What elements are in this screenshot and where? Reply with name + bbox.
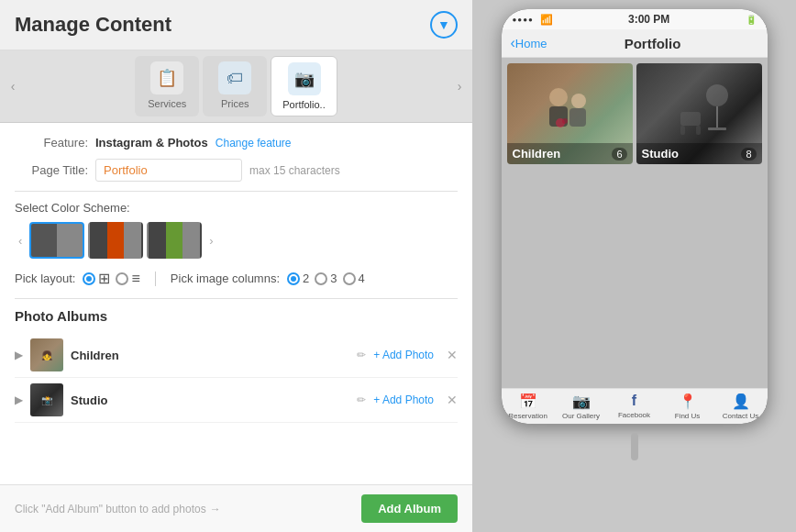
columns-3-option[interactable]: 3 <box>315 272 337 285</box>
facebook-label: Facebook <box>618 411 650 419</box>
phone-album-children[interactable]: Children 6 <box>507 63 633 164</box>
feature-row: Feature: Instagram & Photos Change featu… <box>15 136 458 150</box>
album-children-edit-icon[interactable]: ✏ <box>357 349 366 361</box>
album-studio-thumb: 📸 <box>30 383 63 416</box>
wifi-icon: 📶 <box>540 14 553 26</box>
album-children-row: ▶ 👧 Children ✏ + Add Photo ✕ <box>15 333 458 378</box>
phone-nav-facebook[interactable]: f Facebook <box>608 393 661 420</box>
svg-rect-10 <box>680 126 685 135</box>
columns-2-radio[interactable] <box>287 272 300 285</box>
albums-section: Photo Albums ▶ 👧 Children ✏ + Add Photo … <box>15 308 458 423</box>
studio-art-svg <box>662 77 735 150</box>
tabs-left-arrow[interactable]: ‹ <box>4 59 22 114</box>
layout-grid-option[interactable]: ⊞ <box>83 270 110 287</box>
prices-icon: 🏷 <box>218 61 251 94</box>
layout-list-radio[interactable] <box>116 272 128 285</box>
album-studio-edit-icon[interactable]: ✏ <box>357 393 366 406</box>
columns-radio-group: 2 3 4 <box>287 272 365 285</box>
phone-status-bar: ●●●● 📶 3:00 PM 🔋 <box>502 9 768 29</box>
change-feature-link[interactable]: Change feature <box>216 137 292 150</box>
phone-children-album-name: Children <box>513 147 561 161</box>
phone-albums-grid: Children 6 <box>507 63 762 164</box>
columns-4-radio[interactable] <box>343 272 356 285</box>
phone-status-right: 🔋 <box>746 15 757 25</box>
phone-album-studio[interactable]: Studio 8 <box>636 63 762 164</box>
tabs-right-arrow[interactable]: › <box>450 59 469 114</box>
content-area: Feature: Instagram & Photos Change featu… <box>0 123 472 484</box>
phone-nav-reservation[interactable]: 📅 Reservation <box>502 393 555 420</box>
columns-2-label: 2 <box>303 272 309 285</box>
album-children-name: Children <box>71 349 349 362</box>
layout-divider <box>155 272 156 286</box>
album-studio-expand[interactable]: ▶ <box>15 393 23 406</box>
album-studio-row: ▶ 📸 Studio ✏ + Add Photo ✕ <box>15 378 458 423</box>
phone-children-overlay: Children 6 <box>507 143 633 164</box>
divider-2 <box>15 298 458 299</box>
album-studio-add-photo[interactable]: + Add Photo <box>373 393 434 406</box>
layout-grid-radio[interactable] <box>83 272 95 285</box>
layout-row: Pick layout: ⊞ ≡ Pick image columns: 2 <box>15 270 458 287</box>
color-schemes-row: ‹ › <box>15 222 458 259</box>
album-children-add-photo[interactable]: + Add Photo <box>373 349 434 361</box>
svg-rect-9 <box>680 112 701 126</box>
columns-2-option[interactable]: 2 <box>287 272 309 285</box>
footer-area: Click "Add Album" button to add photos →… <box>0 484 472 532</box>
tab-portfolio[interactable]: 📷 Portfolio.. <box>271 56 337 116</box>
svg-rect-11 <box>696 126 701 135</box>
layout-radio-group: ⊞ ≡ <box>83 270 139 287</box>
studio-thumb-art: 📸 <box>30 383 63 416</box>
tabs-container: ‹ 📋 Services 🏷 Prices 📷 Portfolio.. › <box>0 50 472 123</box>
color-scheme-2[interactable] <box>88 222 143 259</box>
phone-children-count: 6 <box>612 148 626 161</box>
phone-studio-overlay: Studio 8 <box>636 143 762 164</box>
signal-dots: ●●●● <box>513 16 534 24</box>
columns-3-label: 3 <box>330 272 337 285</box>
facebook-icon: f <box>632 393 636 409</box>
color-scheme-label: Select Color Scheme: <box>15 201 458 215</box>
phone-content: Children 6 <box>502 58 768 388</box>
color-scheme-3[interactable] <box>147 222 202 259</box>
tab-prices[interactable]: 🏷 Prices <box>203 56 267 116</box>
color-scheme-right-arrow[interactable]: › <box>205 234 216 248</box>
phone-back-label: Home <box>515 37 547 50</box>
phone-studio-count: 8 <box>741 148 756 161</box>
phone-nav-bar: ‹ Home Portfolio <box>502 29 768 58</box>
footer-hint-text: Click "Add Album" button to add photos <box>15 503 206 515</box>
pick-columns-label: Pick image columns: <box>171 272 280 285</box>
contact-icon: 👤 <box>732 393 750 410</box>
svg-rect-8 <box>708 127 726 130</box>
columns-3-radio[interactable] <box>315 272 327 285</box>
color-scheme-left-arrow[interactable]: ‹ <box>15 234 26 248</box>
phone-nav-contact[interactable]: 👤 Contact Us <box>714 393 768 420</box>
svg-point-0 <box>549 88 568 106</box>
header-dropdown-icon[interactable]: ▼ <box>430 11 458 39</box>
phone-status-time: 3:00 PM <box>628 13 669 26</box>
reservation-icon: 📅 <box>519 393 537 410</box>
page-title: Manage Content <box>15 13 171 37</box>
page-title-input[interactable] <box>95 159 242 182</box>
phone-back-button[interactable]: ‹ Home <box>511 35 547 51</box>
pick-layout-label: Pick layout: <box>15 272 75 285</box>
phone-nav-title: Portfolio <box>547 36 758 51</box>
phone-nav-gallery[interactable]: 📷 Our Gallery <box>555 393 608 420</box>
columns-4-option[interactable]: 4 <box>343 272 365 285</box>
album-studio-delete-icon[interactable]: ✕ <box>447 393 458 407</box>
add-album-button[interactable]: Add Album <box>361 494 458 523</box>
portfolio-icon: 📷 <box>288 62 321 95</box>
color-scheme-1[interactable] <box>29 222 84 259</box>
tab-services[interactable]: 📋 Services <box>135 56 199 116</box>
gallery-label: Our Gallery <box>562 412 600 420</box>
phone-nav-findus[interactable]: 📍 Find Us <box>661 393 714 420</box>
phone-status-left: ●●●● 📶 <box>513 14 553 26</box>
phone-frame: ●●●● 📶 3:00 PM 🔋 ‹ Home Portfolio <box>502 9 768 424</box>
findus-icon: 📍 <box>679 393 697 410</box>
grid-layout-icon: ⊞ <box>98 270 110 287</box>
album-children-delete-icon[interactable]: ✕ <box>447 348 458 362</box>
layout-list-option[interactable]: ≡ <box>116 271 139 287</box>
album-children-expand[interactable]: ▶ <box>15 349 23 361</box>
services-icon: 📋 <box>150 61 183 94</box>
tab-portfolio-label: Portfolio.. <box>282 99 325 110</box>
header: Manage Content ▼ <box>0 0 472 50</box>
page-title-label: Page Title: <box>15 163 88 177</box>
svg-rect-3 <box>569 108 586 127</box>
